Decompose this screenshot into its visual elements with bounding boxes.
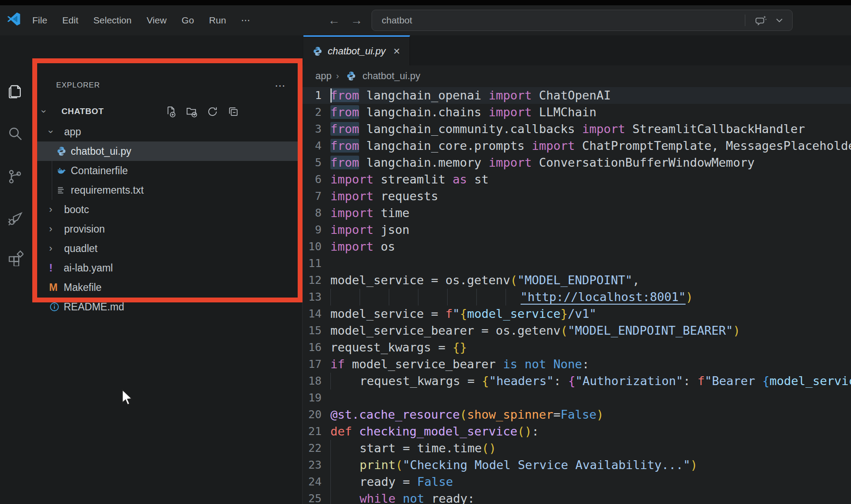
line-number: 15 (303, 322, 330, 339)
line-number: 9 (303, 221, 330, 238)
tree-item-requirements-txt[interactable]: requirements.txt (30, 180, 303, 200)
code-token: = (553, 408, 560, 421)
code-line[interactable]: 12model_service = os.getenv("MODEL_ENDPO… (303, 272, 851, 289)
code-token: requests (374, 189, 438, 203)
code-area[interactable]: 1from langchain_openai import ChatOpenAI… (303, 86, 851, 504)
code-text: import time (330, 205, 410, 221)
menu-run[interactable]: Run (202, 15, 234, 26)
code-line[interactable]: 15model_service_bearer = os.getenv("MODE… (303, 322, 851, 339)
tree-item-label: bootc (64, 204, 89, 216)
forward-arrow-icon[interactable]: → (348, 11, 365, 29)
tree-item-makefile[interactable]: MMakefile (30, 278, 303, 297)
menu-selection[interactable]: Selection (86, 15, 139, 26)
code-line[interactable]: 20@st.cache_resource(show_spinner=False) (303, 406, 851, 423)
explorer-icon[interactable] (7, 83, 23, 100)
code-line[interactable]: 4from langchain_core.prompts import Chat… (303, 137, 851, 154)
code-token: langchain.memory (359, 156, 489, 169)
code-line[interactable]: 18 request_kwargs = {"headers": {"Author… (303, 373, 851, 389)
explorer-title: EXPLORER (56, 81, 100, 90)
code-line[interactable]: 6import streamlit as st (303, 171, 851, 188)
yaml-warning-icon: ! (49, 262, 64, 274)
code-line[interactable]: 19 (303, 389, 851, 406)
line-number: 23 (303, 457, 330, 473)
tab-close-icon[interactable]: ✕ (390, 45, 403, 58)
code-token: /v1" (567, 307, 596, 321)
line-number: 13 (303, 289, 330, 305)
tree-item-containerfile[interactable]: Containerfile (30, 161, 303, 180)
menu-edit[interactable]: Edit (55, 15, 86, 26)
collapse-all-icon[interactable] (227, 106, 239, 118)
code-token: "MODEL_ENDPOINT" (518, 273, 632, 287)
code-line[interactable]: 7import requests (303, 188, 851, 205)
tab-bar: chatbot_ui.py ✕ (303, 35, 851, 65)
code-line[interactable]: 24 ready = False (303, 473, 851, 490)
code-token: : (683, 374, 698, 388)
copilot-chat-icon[interactable] (751, 11, 770, 29)
code-line[interactable]: 17if model_service_bearer is not None: (303, 356, 851, 373)
code-line[interactable]: 21def checking_model_service(): (303, 423, 851, 440)
code-line[interactable]: 10import os (303, 238, 851, 255)
tree-item-quadlet[interactable]: ›quadlet (30, 239, 303, 258)
menu-view[interactable]: View (139, 15, 174, 26)
section-header-chatbot[interactable]: › CHATBOT (30, 102, 303, 121)
tree-item-readme-md[interactable]: README.md (30, 297, 303, 317)
chevron-right-icon: › (49, 205, 64, 214)
code-line[interactable]: 25 while not ready: (303, 490, 851, 504)
breadcrumb-file[interactable]: chatbot_ui.py (362, 70, 420, 82)
tab-chatbot-ui[interactable]: chatbot_ui.py ✕ (303, 35, 410, 65)
code-line[interactable]: 5from langchain.memory import Conversati… (303, 154, 851, 171)
code-line[interactable]: 8import time (303, 205, 851, 221)
chevron-down-icon: › (42, 107, 57, 116)
source-control-icon[interactable] (7, 168, 23, 185)
python-file-icon (56, 146, 71, 157)
code-line[interactable]: 14model_service = f"{model_service}/v1" (303, 305, 851, 322)
new-file-icon[interactable] (165, 106, 177, 118)
code-text: request_kwargs = {} (330, 339, 467, 356)
code-token: ChatOpenAI (532, 88, 611, 102)
tree-item-ai-lab-yaml[interactable]: !ai-lab.yaml (30, 258, 303, 278)
menu-go[interactable]: Go (174, 15, 202, 26)
line-number: 10 (303, 238, 330, 255)
code-line[interactable]: 2from langchain.chains import LLMChain (303, 104, 851, 121)
run-debug-icon[interactable] (7, 210, 23, 227)
tree-item-bootc[interactable]: ›bootc (30, 200, 303, 219)
search-chevron-down-icon[interactable] (770, 11, 789, 29)
line-number: 12 (303, 272, 330, 289)
code-token (330, 289, 360, 305)
tree-item-chatbot-ui-py[interactable]: chatbot_ui.py (30, 141, 303, 161)
breadcrumb-folder[interactable]: app (315, 70, 332, 82)
tree-item-provision[interactable]: ›provision (30, 219, 303, 239)
code-line[interactable]: 3from langchain_community.callbacks impo… (303, 121, 851, 137)
code-token: from (330, 156, 359, 169)
code-text: def checking_model_service(): (330, 423, 539, 440)
python-file-icon (346, 71, 360, 81)
code-token: , (632, 273, 640, 287)
new-folder-icon[interactable] (186, 106, 198, 118)
python-file-icon (312, 46, 327, 57)
code-line[interactable]: 1from langchain_openai import ChatOpenAI (303, 87, 851, 104)
search-divider (745, 15, 745, 26)
tree-item-label: Containerfile (71, 165, 128, 177)
code-text: start = time.time() (330, 440, 496, 457)
code-line[interactable]: 11 (303, 255, 851, 272)
code-line[interactable]: 9import json (303, 221, 851, 238)
code-token: model_service = (330, 307, 445, 321)
extensions-icon[interactable] (7, 249, 23, 266)
code-line[interactable]: 13 "http://localhost:8001") (303, 289, 851, 305)
explorer-more-actions[interactable]: ⋯ (272, 78, 288, 94)
menu-[interactable]: ⋯ (234, 15, 258, 26)
tree-item-app[interactable]: ›app (30, 122, 303, 141)
info-file-icon (49, 302, 64, 312)
menu-file[interactable]: File (25, 15, 55, 26)
code-token (360, 289, 389, 305)
code-line[interactable]: 23 print("Checking Model Service Availab… (303, 457, 851, 473)
vscode-window: FileEditSelectionViewGoRun⋯ ← → chatbot (0, 0, 851, 504)
code-token: : (532, 424, 539, 438)
code-line[interactable]: 22 start = time.time() (303, 440, 851, 457)
search-icon[interactable] (7, 126, 23, 142)
back-arrow-icon[interactable]: ← (325, 11, 343, 29)
refresh-icon[interactable] (207, 106, 218, 118)
activity-bar (0, 35, 30, 504)
code-line[interactable]: 16request_kwargs = {} (303, 339, 851, 356)
command-center-search[interactable]: chatbot (372, 10, 793, 31)
